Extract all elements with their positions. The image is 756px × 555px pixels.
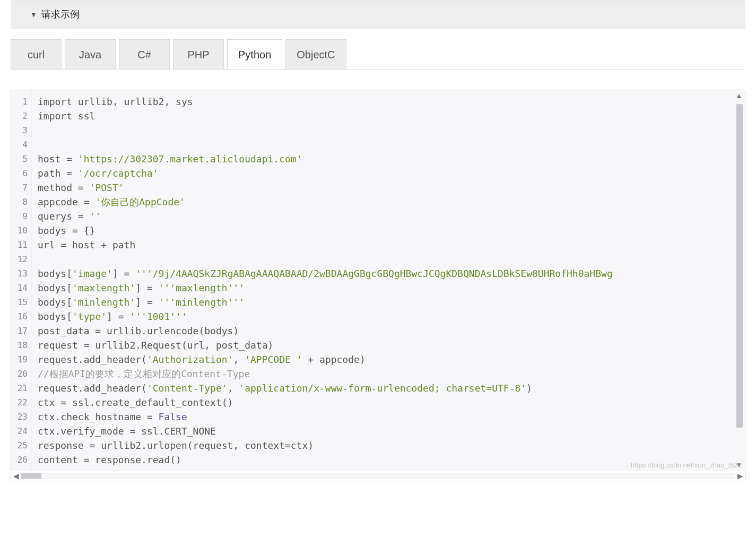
watermark: https://blog.csdn.net/xun_zhao_t521 [631,461,742,469]
section-title: 请求示例 [41,8,80,21]
tab-python[interactable]: Python [227,39,282,69]
horizontal-scrollbar-track[interactable] [21,473,735,479]
scroll-right-icon: ▶ [736,472,744,480]
code-content[interactable]: import urllib, urllib2, sysimport ssl ho… [31,90,613,471]
horizontal-scrollbar-thumb[interactable] [21,473,41,479]
language-tabs: curl Java C# PHP Python ObjectC [11,39,745,70]
tab-objectc[interactable]: ObjectC [285,39,346,69]
vertical-scrollbar-track[interactable] [736,104,743,428]
tab-csharp[interactable]: C# [119,39,170,69]
tab-php[interactable]: PHP [173,39,224,69]
tab-java[interactable]: Java [65,39,116,69]
code-block: 1234567891011121314151617181920212223242… [11,90,745,481]
scroll-left-icon: ◀ [12,472,20,480]
line-number-gutter: 1234567891011121314151617181920212223242… [11,90,31,471]
section-header[interactable]: ▼ 请求示例 [11,0,745,29]
chevron-down-icon: ▼ [30,11,37,19]
tab-curl[interactable]: curl [11,39,62,69]
horizontal-scrollbar[interactable]: ◀ ▶ [12,471,744,481]
